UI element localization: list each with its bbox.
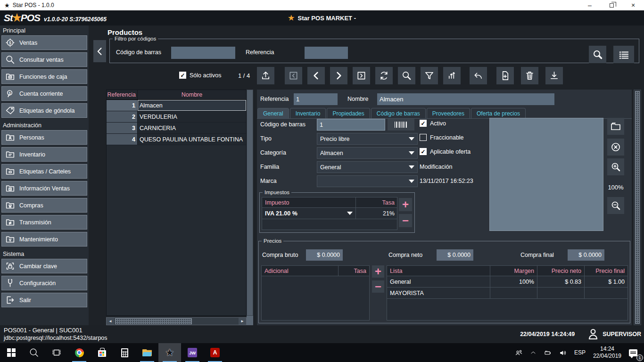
taskbar-jw[interactable]: JW (181, 343, 204, 362)
barcode-filter-input[interactable] (171, 47, 235, 59)
sidebar-item-ventas[interactable]: $ Ventas (1, 35, 87, 50)
taskbar-store[interactable] (91, 343, 113, 362)
tab-propiedades[interactable]: Propiedades (327, 108, 370, 118)
sidebar-item-funciones-de-caja[interactable]: Funciones de caja (1, 69, 87, 84)
sidebar-item-configuracion[interactable]: Configuración (1, 276, 87, 290)
reference-filter-input[interactable] (305, 47, 348, 59)
sidebar-item-personas[interactable]: Personas (1, 130, 87, 145)
list-vertical-scrollbar[interactable] (247, 90, 253, 316)
taskbar-calculator[interactable] (113, 343, 136, 362)
clear-image-button[interactable] (607, 139, 624, 156)
new-record-button[interactable] (496, 67, 514, 84)
offer-checkbox[interactable] (420, 148, 427, 155)
scroll-right-arrow[interactable]: ► (239, 318, 246, 325)
scroll-left-arrow[interactable]: ◄ (107, 318, 114, 325)
find-button[interactable] (398, 67, 415, 84)
reference-column-header[interactable]: Referencia (107, 90, 138, 99)
type-select[interactable]: Precio libre (317, 133, 418, 145)
only-active-checkline[interactable]: Sólo activos (179, 72, 221, 79)
sidebar-item-etiquetas-gondola[interactable]: Etiquetas de góndola (1, 103, 87, 118)
export-button[interactable] (257, 67, 274, 84)
first-record-button[interactable] (285, 67, 302, 84)
next-record-button[interactable] (330, 67, 347, 84)
detail-reference-input[interactable] (294, 93, 338, 105)
task-view-button[interactable] (45, 343, 68, 362)
language-indicator[interactable]: ESP (571, 343, 589, 362)
action-center-button[interactable]: 1 (626, 343, 644, 362)
open-image-button[interactable] (607, 118, 624, 135)
table-row[interactable]: IVA 21.00 % 21% (262, 208, 397, 219)
search-button[interactable] (589, 46, 606, 63)
sidebar-item-informacion-ventas[interactable]: $ Información Ventas (1, 181, 87, 196)
close-button[interactable]: × (622, 0, 644, 10)
sort-button[interactable] (443, 67, 461, 84)
volume-tray-button[interactable] (555, 343, 571, 362)
fractionable-checkline[interactable]: Fraccionable (420, 134, 464, 141)
table-row[interactable]: General 100% $ 0.83 $ 1.00 (387, 276, 627, 288)
sidebar-item-consultar-ventas[interactable]: Consultar ventas (1, 52, 87, 67)
name-column-header[interactable]: Nombre (138, 90, 246, 99)
battery-tray-button[interactable] (540, 343, 555, 362)
scrollbar-thumb[interactable] (115, 318, 192, 324)
sidebar-item-etiquetas-carteles[interactable]: Etiquetas / Carteles (1, 164, 87, 179)
fractionable-checkbox[interactable] (420, 134, 427, 141)
show-hidden-icons-button[interactable] (527, 343, 540, 362)
category-select[interactable]: Almacen (317, 147, 418, 159)
table-row[interactable]: 2 VERDULERIA (107, 111, 246, 123)
margin-column-header[interactable]: Margen (490, 266, 537, 276)
sidebar-item-compras[interactable]: Compras (1, 198, 87, 213)
refresh-button[interactable] (375, 67, 393, 84)
tax-select[interactable]: IVA 21.00 % (262, 208, 355, 219)
delete-record-button[interactable] (521, 67, 538, 84)
table-row[interactable]: 1 Almacen (107, 100, 246, 111)
add-tax-button[interactable]: + (399, 198, 412, 211)
tab-general[interactable]: General (257, 108, 289, 118)
offer-checkline[interactable]: Aplicable oferta (420, 148, 471, 155)
sidebar-item-cuenta-corriente[interactable]: $ Cuenta corriente (1, 86, 87, 101)
minimize-button[interactable]: – (579, 0, 601, 10)
sidebar-item-cambiar-clave[interactable]: Cambiar clave (1, 259, 87, 273)
taskbar-clock[interactable]: 14:24 22/04/2019 (589, 346, 626, 360)
taskbar-starpos[interactable]: ★ (158, 343, 181, 362)
table-row[interactable]: 3 CARNICERIA (107, 123, 246, 134)
undo-button[interactable] (470, 67, 487, 84)
zoom-in-button[interactable] (607, 158, 624, 175)
save-record-button[interactable] (545, 67, 563, 84)
tab-oferta-de-precios[interactable]: Oferta de precios (471, 108, 526, 118)
tax-column-header[interactable]: Impuesto (262, 197, 355, 207)
restore-button[interactable] (601, 0, 622, 10)
final-price-column-header[interactable]: Precio final (584, 266, 627, 276)
start-button[interactable] (0, 343, 23, 362)
sidebar-item-salir[interactable]: Salir (1, 293, 87, 307)
family-select[interactable]: General (317, 161, 418, 173)
barcode-input[interactable] (317, 119, 385, 131)
table-row[interactable]: 4 QUESO PAULINA UNTABLE FONTINA (107, 134, 246, 145)
sidebar-item-transmision[interactable]: Transmisión (1, 215, 87, 230)
zoom-out-button[interactable] (607, 197, 624, 214)
net-price-column-header[interactable]: Precio neto (537, 266, 584, 276)
taskbar-acrobat[interactable]: A (204, 343, 226, 362)
only-active-checkbox[interactable] (179, 72, 186, 79)
active-checkline[interactable]: Activo (420, 120, 446, 127)
list-view-button[interactable] (613, 46, 634, 63)
filter-button[interactable] (421, 67, 438, 84)
people-tray-button[interactable] (511, 343, 527, 362)
add-additional-button[interactable]: + (372, 265, 384, 278)
detail-vertical-scrollbar[interactable] (634, 90, 641, 325)
rate-column-header[interactable]: Tasa (338, 266, 369, 276)
taskbar-explorer[interactable] (136, 343, 158, 362)
taskbar-chrome[interactable] (68, 343, 91, 362)
brand-select[interactable] (317, 175, 418, 187)
active-checkbox[interactable] (420, 120, 427, 127)
detail-name-input[interactable] (377, 93, 554, 105)
tab-inventario[interactable]: Inventario (290, 108, 326, 118)
sidebar-item-inventario[interactable]: Inventario (1, 147, 87, 162)
previous-record-button[interactable] (307, 67, 325, 84)
last-record-button[interactable] (353, 67, 370, 84)
collapse-panel-button[interactable] (93, 40, 106, 62)
sidebar-item-mantenimiento[interactable]: Mantenimiento (1, 232, 87, 247)
taskbar-search-button[interactable] (23, 343, 45, 362)
remove-tax-button[interactable]: − (399, 214, 412, 227)
table-row[interactable]: MAYORISTA (387, 288, 627, 299)
list-horizontal-scrollbar[interactable]: ◄ ► (106, 317, 247, 325)
